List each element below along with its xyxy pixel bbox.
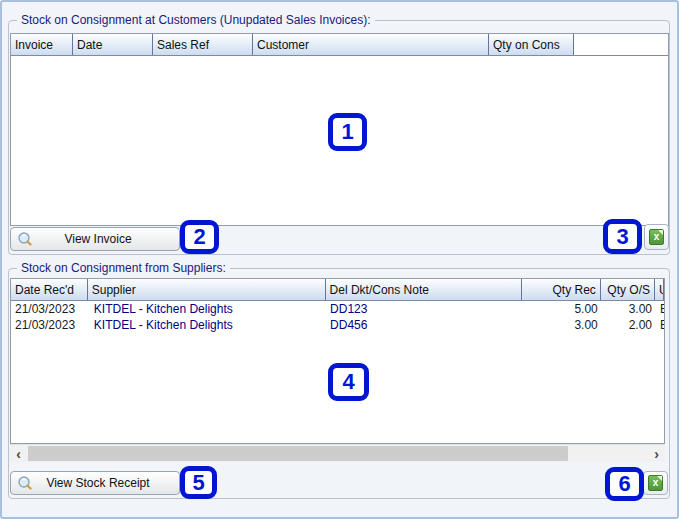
- step-badge-5: 5: [180, 466, 217, 499]
- suppliers-grid-body: 21/03/2023 KITDEL - Kitchen Delights DD1…: [11, 301, 664, 333]
- export-suppliers-excel-button[interactable]: x: [643, 471, 668, 495]
- column-header-customer[interactable]: Customer: [253, 34, 489, 55]
- cell-qty-os: 3.00: [602, 301, 656, 317]
- step-badge-2: 2: [180, 220, 219, 254]
- cell-supplier: KITDEL - Kitchen Delights: [88, 301, 326, 317]
- scroll-left-arrow-icon[interactable]: ‹: [10, 445, 27, 462]
- cell-del-dkt: DD456: [326, 317, 523, 333]
- step-badge-3: 3: [603, 219, 642, 254]
- consignment-window: Stock on Consignment at Customers (Unupd…: [0, 0, 679, 519]
- scrollbar-thumb[interactable]: [28, 446, 568, 461]
- customers-grid-header: Invoice Date Sales Ref Customer Qty on C…: [11, 34, 668, 56]
- cell-date-recd: 21/03/2023: [11, 301, 88, 317]
- column-header-date-recd[interactable]: Date Rec'd: [11, 279, 88, 300]
- column-header-invoice[interactable]: Invoice: [11, 34, 73, 55]
- step-badge-1: 1: [328, 113, 367, 151]
- excel-export-icon: x: [649, 229, 664, 245]
- scroll-right-arrow-icon[interactable]: ›: [648, 445, 665, 462]
- cell-qty-os: 2.00: [602, 317, 656, 333]
- step-badge-4: 4: [328, 363, 369, 401]
- table-row[interactable]: 21/03/2023 KITDEL - Kitchen Delights DD1…: [11, 301, 664, 317]
- scrollbar-track[interactable]: [27, 445, 648, 462]
- export-customers-excel-button[interactable]: x: [644, 224, 669, 250]
- customers-groupbox-title: Stock on Consignment at Customers (Unupd…: [17, 13, 375, 27]
- suppliers-grid: Date Rec'd Supplier Del Dkt/Cons Note Qt…: [10, 278, 665, 444]
- cell-uom: EACH: [656, 317, 664, 333]
- magnifier-icon: [17, 231, 33, 247]
- table-row[interactable]: 21/03/2023 KITDEL - Kitchen Delights DD4…: [11, 317, 664, 333]
- view-stock-receipt-button[interactable]: View Stock Receipt: [10, 471, 180, 495]
- view-invoice-button-label: View Invoice: [33, 232, 179, 246]
- column-header-qty-rec[interactable]: Qty Rec: [522, 279, 601, 300]
- view-stock-receipt-button-label: View Stock Receipt: [33, 476, 179, 490]
- column-header-filler: [574, 34, 668, 55]
- suppliers-grid-header: Date Rec'd Supplier Del Dkt/Cons Note Qt…: [11, 279, 664, 301]
- cell-qty-rec: 3.00: [523, 317, 602, 333]
- excel-export-icon: x: [648, 475, 663, 491]
- cell-del-dkt: DD123: [326, 301, 523, 317]
- column-header-date[interactable]: Date: [73, 34, 153, 55]
- column-header-sales-ref[interactable]: Sales Ref: [153, 34, 253, 55]
- column-header-supplier[interactable]: Supplier: [88, 279, 326, 300]
- view-invoice-button[interactable]: View Invoice: [10, 227, 180, 251]
- magnifier-icon: [17, 475, 33, 491]
- step-badge-6: 6: [605, 467, 644, 501]
- column-header-qty-on-cons[interactable]: Qty on Cons: [489, 34, 574, 55]
- column-header-uom[interactable]: UOM: [655, 279, 664, 300]
- horizontal-scrollbar[interactable]: ‹ ›: [10, 444, 665, 462]
- column-header-del-dkt[interactable]: Del Dkt/Cons Note: [326, 279, 523, 300]
- cell-qty-rec: 5.00: [523, 301, 602, 317]
- suppliers-groupbox-title: Stock on Consignment from Suppliers:: [17, 261, 230, 275]
- column-header-qty-os[interactable]: Qty O/S: [601, 279, 655, 300]
- cell-supplier: KITDEL - Kitchen Delights: [88, 317, 326, 333]
- cell-date-recd: 21/03/2023: [11, 317, 88, 333]
- cell-uom: EACH: [656, 301, 664, 317]
